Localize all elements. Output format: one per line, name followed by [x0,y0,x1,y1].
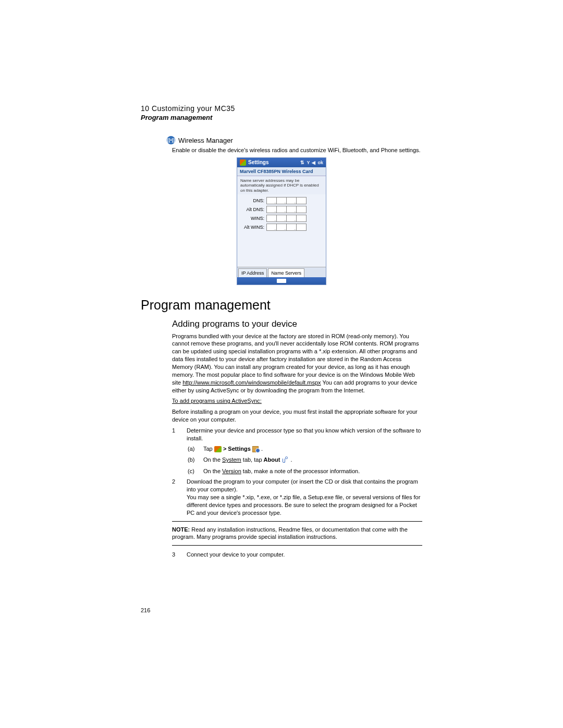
tab-name-servers: Name Servers [268,268,304,277]
step-3-marker: 3 [172,551,179,559]
step-1a-marker: (a) [188,445,198,454]
alt-dns-row: Alt DNS: [240,206,323,213]
wins-input [266,215,307,222]
document-page: 10 Customizing your MC35 Program managem… [0,0,563,728]
step-1b-body: On the System tab, tap About . [203,455,292,465]
dns-row: DNS: [240,197,323,204]
step-1a-body: Tap > Settings . [203,445,263,454]
intro-paragraph: Programs bundled with your device at the… [172,332,422,394]
step-2-body: Download the program to your computer (o… [187,478,422,516]
step-3-text: Connect your device to your computer. [187,551,422,559]
step-1c-marker: (c) [188,467,198,476]
screenshot-hint: Name server addresses may be automatical… [237,176,326,194]
wins-label: WINS: [240,216,266,221]
note-label: NOTE: [172,526,190,533]
intro-link: http://www.microsoft.com/windowsmobile/d… [182,379,321,386]
settings-icon [252,446,260,452]
section-header: Program management [141,114,422,121]
step-2: 2 Download the program to your computer … [172,478,422,516]
step-1c-pre: On the [203,468,222,474]
alt-wins-label: Alt WINS: [240,225,266,230]
alt-wins-row: Alt WINS: [240,224,323,231]
step-1b-marker: (b) [188,455,198,465]
step-1c-tail: tab, make a note of the processor inform… [243,468,360,474]
step-1-text: Determine your device and processor type… [187,427,422,442]
alt-dns-label: Alt DNS: [240,207,266,212]
step-1b-period: . [290,456,292,463]
device-screenshot: Settings ⇅ Y ◀ ok Marvell CF8385PN Wirel… [237,157,326,285]
step-2-para: You may see a single *.xip, *.exe, or *.… [187,494,420,516]
screenshot-spacer [237,238,326,267]
activesync-intro: Before installing a program on your devi… [172,408,422,424]
step-1a-tap: Tap [203,446,213,452]
alt-wins-input [266,224,307,231]
step-1c-version: Version [222,468,241,474]
screenshot-title: Settings [248,159,268,165]
subsection-heading: Adding programs to your device [172,319,422,329]
step-2-marker: 2 [172,478,179,516]
step-1c: (c) On the Version tab, make a note of t… [188,467,422,476]
step-3: 3 Connect your device to your computer. [172,551,422,559]
volume-icon: ◀ [312,160,315,165]
step-1a-settings: > Settings [223,446,251,452]
step-1b-pre: On the [203,456,222,463]
note-block: NOTE: Read any installation instructions… [172,526,422,541]
keyboard-icon [277,279,286,283]
about-icon [282,456,289,464]
dns-label: DNS: [240,198,266,203]
step-1a: (a) Tap > Settings . [188,445,422,454]
wireless-manager-desc: Enable or disable the device's wireless … [172,146,422,154]
signal-icon: ⇅ [300,160,304,165]
step-2-text: Download the program to your computer (o… [187,478,418,492]
ok-icon: ok [317,160,323,165]
note-separator-top [172,521,422,522]
screenshot-form: DNS: Alt DNS: WINS: Alt WINS: [237,194,326,238]
step-1b-mid: tab, tap [243,456,264,463]
start-flag-icon [240,159,246,166]
chapter-header: 10 Customizing your MC35 [141,104,422,113]
wireless-icon: ((•)) [167,136,175,144]
start-icon [214,446,222,452]
wireless-manager-heading: Wireless Manager [178,137,233,144]
step-1-marker: 1 [172,427,179,442]
dns-input [266,197,307,204]
step-1c-body: On the Version tab, make a note of the p… [203,467,360,476]
step-1a-period: . [261,446,263,452]
page-number: 216 [141,607,150,613]
step-1b-about: About [264,456,280,463]
step-1b: (b) On the System tab, tap About . [188,455,422,465]
wireless-manager-heading-row: ((•)) Wireless Manager [167,136,422,144]
note-separator-bottom [172,545,422,546]
status-icons: ⇅ Y ◀ ok [300,160,323,165]
section-heading: Program management [141,298,422,313]
note-text: Read any installation instructions, Read… [172,526,408,540]
alt-dns-input [266,206,307,213]
screenshot-titlebar: Settings ⇅ Y ◀ ok [237,158,326,167]
screenshot-bottombar [237,277,326,285]
screenshot-card-title: Marvell CF8385PN Wireless Card [237,167,326,176]
wins-row: WINS: [240,215,323,222]
screenshot-tabs: IP Address Name Servers [237,267,326,277]
intro-text: Programs bundled with your device at the… [172,333,419,386]
step-1b-system: System [222,456,241,463]
activesync-heading: To add programs using ActiveSync: [172,397,422,405]
step-1: 1 Determine your device and processor ty… [172,427,422,442]
antenna-icon: Y [307,160,310,165]
tab-ip-address: IP Address [238,268,267,277]
